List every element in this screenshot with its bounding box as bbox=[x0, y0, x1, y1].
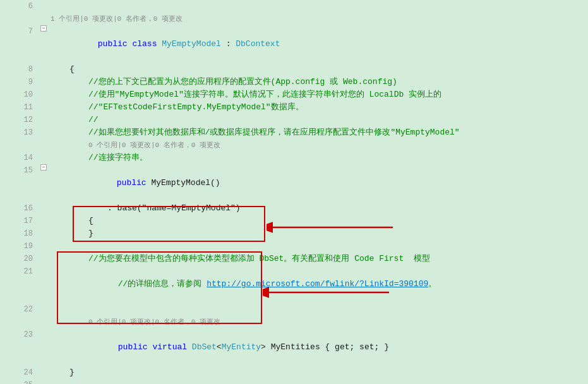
gutter-9: 9 bbox=[0, 76, 38, 88]
line-6: 6 bbox=[0, 0, 588, 13]
collapse-7[interactable]: − bbox=[40, 25, 47, 32]
line-17: 17 { bbox=[0, 215, 588, 227]
gutter-23: 23 bbox=[0, 328, 38, 341]
doc-link[interactable]: http://go.microsoft.com/fwlink/?LinkId=3… bbox=[207, 279, 428, 289]
gutter-21: 21 bbox=[0, 265, 38, 278]
gutter-25: 25 bbox=[0, 379, 38, 384]
gutter-20: 20 bbox=[0, 253, 38, 265]
line-7: 7 − public class MyEmptyModel : DbContex… bbox=[0, 25, 588, 63]
collapse-15[interactable]: − bbox=[40, 164, 47, 171]
line-9: 9 //您的上下文已配置为从您的应用程序的配置文件(App.config 或 W… bbox=[0, 76, 588, 88]
line-19: 19 bbox=[0, 240, 588, 253]
line-7-meta: 1 个引用|0 项更改|0 名作者，0 项更改 bbox=[0, 13, 588, 25]
gutter-10: 10 bbox=[0, 88, 38, 101]
gutter-18: 18 bbox=[0, 227, 38, 240]
gutter-16: 16 bbox=[0, 202, 38, 215]
line-12: 12 // bbox=[0, 114, 588, 126]
gutter-23-meta bbox=[0, 316, 38, 328]
gutter-15: 15 bbox=[0, 164, 38, 177]
gutter-24: 24 bbox=[0, 366, 38, 379]
gutter-6: 6 bbox=[0, 0, 38, 13]
line-25: 25 bbox=[0, 379, 588, 384]
line-23: 23 public virtual DbSet<MyEntity> MyEnti… bbox=[0, 328, 588, 366]
line-14: 14 //连接字符串。 bbox=[0, 152, 588, 164]
line-11: 11 //"EFTestCodeFirstEmpty.MyEmptyModel"… bbox=[0, 101, 588, 114]
gutter-7: 7 bbox=[0, 25, 38, 38]
line-20: 20 //为您要在模型中包含的每种实体类型都添加 DbSet。有关配置和使用 C… bbox=[0, 253, 588, 265]
gutter-7-meta bbox=[0, 13, 38, 25]
line-10: 10 //使用"MyEmptyModel"连接字符串。默认情况下，此连接字符串针… bbox=[0, 88, 588, 101]
line-13: 13 //如果您想要针对其他数据库和/或数据库提供程序，请在应用程序配置文件中修… bbox=[0, 126, 588, 139]
gutter-11: 11 bbox=[0, 101, 38, 114]
gutter-12: 12 bbox=[0, 114, 38, 126]
gutter-14-meta bbox=[0, 139, 38, 152]
line-15: 15 − public MyEmptyModel() bbox=[0, 164, 588, 202]
gutter-17: 17 bbox=[0, 215, 38, 227]
gutter-8: 8 bbox=[0, 63, 38, 76]
line-21: 21 //的详细信息，请参阅 http://go.microsoft.com/f… bbox=[0, 265, 588, 303]
line-22: 22 bbox=[0, 303, 588, 316]
gutter-22: 22 bbox=[0, 303, 38, 316]
line-18: 18 } bbox=[0, 227, 588, 240]
gutter-19: 19 bbox=[0, 240, 38, 253]
gutter-14: 14 bbox=[0, 152, 38, 164]
gutter-13: 13 bbox=[0, 126, 38, 139]
line-8: 8 { bbox=[0, 63, 588, 76]
line-24: 24 } bbox=[0, 366, 588, 379]
line-16: 16 : base("name=MyEmptyModel") bbox=[0, 202, 588, 215]
code-editor: 6 1 个引用|0 项更改|0 名作者，0 项更改 7 − public cla… bbox=[0, 0, 588, 384]
line-23-meta: 0 个引用|0 项更改|0 名作者，0 项更改 bbox=[0, 316, 588, 328]
line-14-meta: 0 个引用|0 项更改|0 名作者，0 项更改 bbox=[0, 139, 588, 152]
